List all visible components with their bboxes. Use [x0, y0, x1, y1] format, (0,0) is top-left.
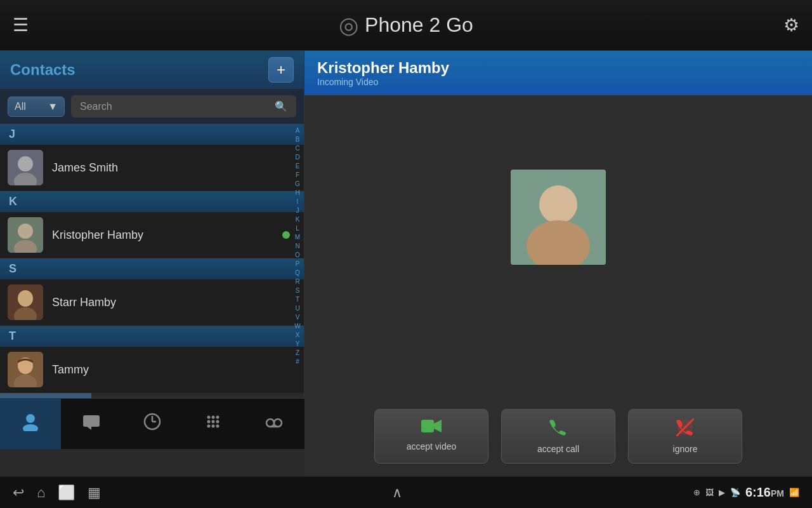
alpha-w[interactable]: W: [294, 322, 300, 330]
svg-point-29: [216, 425, 219, 428]
alpha-p[interactable]: P: [296, 260, 300, 268]
search-icon: 🔍: [275, 100, 287, 112]
alpha-z[interactable]: Z: [296, 349, 299, 357]
nav-recents[interactable]: [122, 399, 183, 449]
filter-search-bar: All ▼ Search 🔍: [0, 89, 304, 124]
caller-photo: [511, 170, 606, 265]
alpha-g[interactable]: G: [295, 180, 300, 188]
alpha-hash[interactable]: #: [296, 358, 299, 366]
svg-point-30: [266, 419, 274, 427]
alpha-j[interactable]: J: [296, 206, 299, 215]
nav-dialpad[interactable]: [183, 399, 244, 449]
alpha-k[interactable]: K: [296, 215, 300, 224]
ignore-label: ignore: [673, 444, 698, 454]
nav-messages[interactable]: [61, 399, 122, 449]
app-title: ◎ Phone 2 Go: [339, 12, 473, 39]
nav-contacts[interactable]: [0, 399, 61, 449]
section-s: S: [0, 258, 304, 279]
alpha-a[interactable]: A: [296, 126, 300, 135]
wifi-icon: 📶: [789, 488, 799, 497]
alpha-q[interactable]: Q: [295, 269, 300, 277]
top-bar: ☰ ◎ Phone 2 Go ⚙: [0, 0, 812, 51]
svg-point-25: [212, 420, 215, 424]
svg-rect-16: [83, 415, 100, 427]
dialpad-nav-icon: [204, 412, 223, 436]
back-icon[interactable]: ↩: [13, 485, 24, 501]
alpha-d[interactable]: D: [295, 153, 299, 161]
svg-point-9: [18, 293, 25, 301]
call-header: Kristopher Hamby Incoming Video: [304, 51, 812, 95]
alpha-f[interactable]: F: [296, 171, 299, 179]
caller-name: Kristopher Hamby: [317, 59, 799, 77]
contact-kristopher-hamby[interactable]: Kristopher Hamby: [0, 212, 304, 258]
svg-point-1: [18, 156, 33, 171]
system-bar: ↩ ⌂ ⬜ ▦ ∧ ⊕ 🖼 ▶ 📡 6:16PM 📶: [0, 476, 812, 508]
left-column: Contacts + All ▼ Search 🔍: [0, 51, 304, 476]
alpha-s[interactable]: S: [296, 286, 300, 295]
alpha-o[interactable]: O: [295, 251, 300, 259]
alpha-index: A B C D E F G H I J K L M N O: [291, 124, 304, 398]
svg-point-34: [539, 185, 577, 224]
alpha-n[interactable]: N: [295, 242, 299, 250]
accept-video-button[interactable]: accept video: [374, 409, 488, 464]
call-area: [304, 95, 812, 396]
search-input-box[interactable]: Search 🔍: [71, 95, 296, 117]
alpha-b[interactable]: B: [296, 135, 300, 144]
svg-point-23: [216, 416, 219, 419]
alpha-h[interactable]: H: [295, 189, 299, 197]
alpha-u[interactable]: U: [295, 304, 299, 312]
app-logo-icon: ◎: [339, 12, 358, 39]
menu-icon[interactable]: ☰: [13, 15, 29, 36]
alpha-c[interactable]: C: [295, 144, 299, 152]
recents-icon[interactable]: ⬜: [58, 485, 75, 501]
alpha-r[interactable]: R: [295, 277, 299, 286]
section-j: J: [0, 124, 304, 145]
settings-icon[interactable]: ⚙: [783, 15, 799, 36]
nav-voicemail[interactable]: [244, 399, 304, 449]
system-time: 6:16PM: [745, 485, 784, 500]
alpha-y[interactable]: Y: [296, 340, 300, 348]
accept-call-label: accept call: [537, 444, 579, 454]
accept-call-button[interactable]: accept call: [501, 409, 615, 464]
alpha-v[interactable]: V: [296, 313, 300, 321]
contact-tammy[interactable]: Tammy: [0, 347, 304, 393]
home-icon[interactable]: ⌂: [37, 485, 45, 501]
avatar-tammy: [8, 352, 43, 387]
alpha-l[interactable]: L: [296, 224, 299, 232]
status-icon-1: ⊕: [693, 488, 700, 497]
online-indicator: [282, 231, 290, 239]
section-k: K: [0, 191, 304, 212]
alpha-m[interactable]: M: [295, 233, 300, 241]
contact-starr-hamby[interactable]: Starr Hamby: [0, 279, 304, 326]
alpha-x[interactable]: X: [296, 331, 300, 339]
contact-james-smith[interactable]: James Smith: [0, 145, 304, 191]
svg-point-4: [18, 224, 33, 239]
app-wrapper: ☰ ◎ Phone 2 Go ⚙ Contacts + All ▼: [0, 0, 812, 508]
contact-kristopher-hamby-name: Kristopher Hamby: [52, 229, 282, 242]
scan-icon[interactable]: ▦: [88, 485, 101, 501]
svg-point-24: [207, 420, 211, 424]
call-actions: accept video accept call: [304, 396, 812, 476]
status-icon-4: 📡: [730, 488, 740, 497]
up-chevron-icon[interactable]: ∧: [392, 485, 402, 501]
alpha-i[interactable]: I: [297, 197, 299, 206]
avatar-starr-hamby: [8, 284, 43, 320]
add-contact-button[interactable]: +: [268, 57, 294, 83]
svg-marker-17: [87, 427, 91, 430]
svg-point-26: [216, 420, 219, 424]
sys-nav-left: ↩ ⌂ ⬜ ▦: [13, 485, 101, 501]
contacts-list: A B C D E F G H I J K L M N O: [0, 124, 304, 398]
dropdown-arrow-icon: ▼: [48, 101, 58, 112]
contacts-panel: Contacts + All ▼ Search 🔍: [0, 51, 304, 398]
search-placeholder-text: Search: [80, 101, 112, 112]
alpha-t[interactable]: T: [296, 295, 299, 304]
contact-starr-hamby-name: Starr Hamby: [52, 296, 295, 309]
status-icon-2: 🖼: [705, 488, 714, 497]
app-title-text: Phone 2 Go: [365, 13, 473, 37]
alpha-e[interactable]: E: [296, 162, 300, 170]
ignore-button[interactable]: ignore: [628, 409, 742, 464]
messages-nav-icon: [82, 412, 101, 436]
filter-dropdown[interactable]: All ▼: [8, 97, 65, 117]
contact-tammy-name: Tammy: [52, 363, 295, 377]
sys-status-right: ⊕ 🖼 ▶ 📡 6:16PM 📶: [693, 485, 799, 500]
